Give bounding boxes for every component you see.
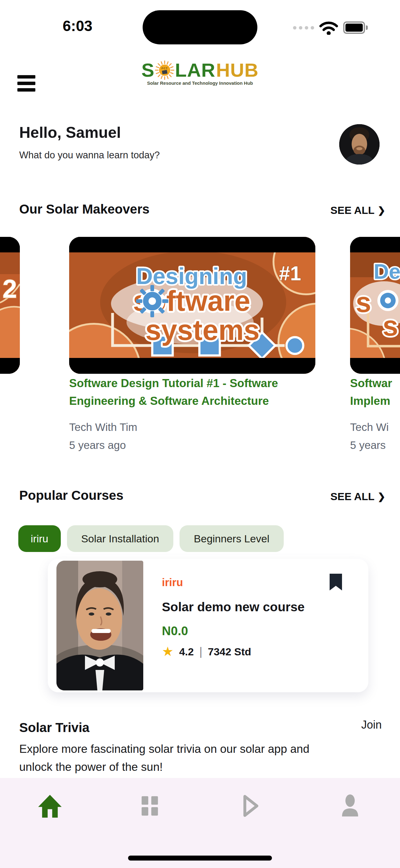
filter-chip-solar-installation[interactable]: Solar Installation [67, 525, 173, 552]
see-all-popular[interactable]: SEE ALL ❯ [331, 491, 386, 503]
video-thumbnail: 2 [0, 237, 20, 374]
course-filters: iriru Solar Installation Beginners Level [18, 525, 284, 552]
video-card-main[interactable]: Designing software systems #1 [69, 237, 315, 374]
person-icon [338, 794, 363, 818]
course-title: Solar demo new course [162, 600, 304, 614]
home-icon [37, 793, 63, 819]
section-title-popular: Popular Courses [19, 488, 124, 503]
gear-icon [377, 290, 398, 311]
dynamic-island [143, 10, 257, 44]
video-published-next: 5 years [350, 439, 386, 452]
chevron-right-icon: ❯ [378, 205, 386, 216]
battery-icon [343, 22, 368, 34]
greeting-subtitle: What do you wanna learn today? [19, 150, 160, 161]
trivia-description: Explore more fascinating solar trivia on… [19, 740, 342, 776]
chevron-right-icon: ❯ [378, 491, 386, 502]
logo-letter-s: S [141, 60, 155, 80]
see-all-makeovers[interactable]: SEE ALL ❯ [331, 204, 386, 216]
nav-categories[interactable] [135, 791, 165, 821]
app-logo: S FCT LARHUB Solar Resource and Technolo… [0, 60, 400, 86]
filter-chip-iriru[interactable]: iriru [18, 525, 61, 552]
status-icons [293, 21, 368, 35]
star-icon: ★ [162, 645, 174, 658]
join-button[interactable]: Join [361, 718, 382, 732]
svg-text:De: De [374, 259, 400, 283]
bookmark-icon[interactable] [329, 573, 343, 591]
video-card-previous[interactable]: 2 [0, 237, 20, 374]
video-channel: Tech With Tim [69, 421, 137, 433]
nav-videos[interactable] [235, 791, 265, 821]
nav-home[interactable] [35, 791, 65, 821]
course-rating-row: ★ 4.2 | 7342 Std [162, 645, 251, 658]
video-thumbnail: Designing software systems #1 [69, 237, 315, 374]
video-published: 5 years ago [69, 439, 126, 452]
course-card[interactable]: iriru Solar demo new course N0.0 ★ 4.2 |… [48, 559, 368, 692]
course-category: iriru [162, 576, 183, 589]
greeting-title: Hello, Samuel [19, 124, 121, 142]
profile-avatar[interactable] [339, 124, 379, 164]
video-channel-next: Tech Wi [350, 421, 389, 433]
sun-icon: FCT [155, 61, 174, 80]
svg-text:#1: #1 [279, 262, 301, 285]
svg-text:s: s [382, 310, 398, 341]
course-rating: 4.2 [179, 646, 194, 658]
section-title-makeovers: Our Solar Makeovers [19, 202, 149, 217]
trivia-title: Solar Trivia [19, 720, 89, 735]
nav-profile[interactable] [335, 791, 365, 821]
course-price: N0.0 [162, 624, 188, 638]
cellular-dots-icon [293, 26, 314, 30]
gear-icon [136, 285, 168, 317]
home-indicator[interactable] [128, 856, 272, 861]
grid-icon [138, 794, 162, 818]
rating-divider: | [199, 645, 202, 658]
logo-letters-hub: HUB [216, 60, 259, 80]
video-title[interactable]: Software Design Tutorial #1 - Software E… [69, 374, 321, 410]
svg-text:systems: systems [145, 314, 260, 346]
course-image [57, 561, 143, 690]
svg-text:s: s [356, 287, 371, 318]
logo-letters-lar: LAR [175, 60, 215, 80]
status-time: 6:03 [46, 18, 108, 34]
svg-text:FCT: FCT [162, 67, 168, 70]
svg-text:2: 2 [2, 274, 17, 303]
logo-tagline: Solar Resource and Technology Innovation… [0, 81, 400, 86]
play-icon [237, 793, 263, 819]
video-thumbnail: De s s [350, 237, 400, 374]
wifi-icon [319, 21, 338, 35]
video-title-next: Softwar Implem [350, 374, 400, 410]
course-students: 7342 Std [208, 646, 251, 658]
video-card-next[interactable]: De s s [350, 237, 400, 374]
filter-chip-beginners-level[interactable]: Beginners Level [179, 525, 284, 552]
